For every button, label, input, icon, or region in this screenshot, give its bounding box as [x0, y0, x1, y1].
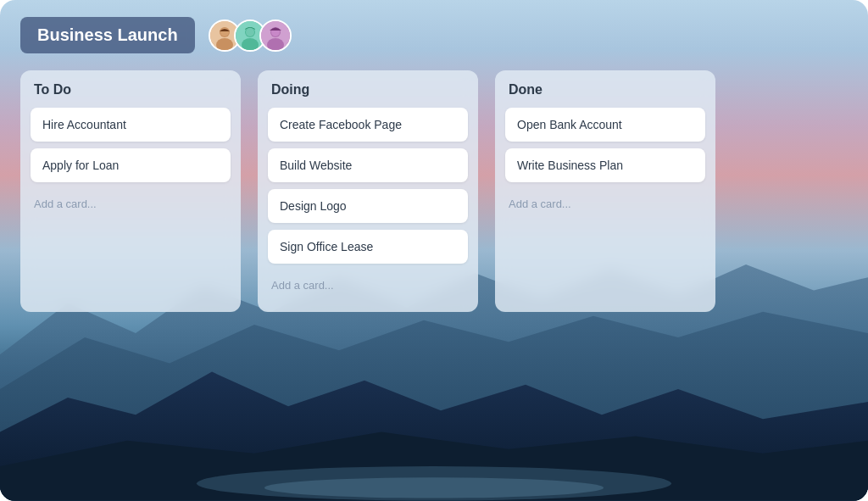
- card-create-facebook-page[interactable]: Create Facebook Page: [268, 108, 468, 142]
- avatars-group: [209, 19, 292, 52]
- add-card-todo[interactable]: Add a card...: [31, 189, 231, 219]
- svg-point-1: [264, 478, 604, 498]
- card-apply-for-loan[interactable]: Apply for Loan: [31, 148, 231, 182]
- board-header: Business Launch: [0, 0, 868, 64]
- board-container: Business Launch: [0, 0, 868, 501]
- column-done: Done Open Bank Account Write Business Pl…: [495, 70, 715, 312]
- column-title-done: Done: [505, 82, 705, 97]
- column-title-doing: Doing: [268, 82, 468, 97]
- card-open-bank-account[interactable]: Open Bank Account: [505, 108, 705, 142]
- columns-container: To Do Hire Accountant Apply for Loan Add…: [0, 64, 868, 329]
- column-doing: Doing Create Facebook Page Build Website…: [258, 70, 478, 312]
- column-todo: To Do Hire Accountant Apply for Loan Add…: [20, 70, 241, 312]
- card-hire-accountant[interactable]: Hire Accountant: [31, 108, 231, 142]
- board-title: Business Launch: [20, 17, 195, 53]
- avatar-3: [259, 19, 292, 52]
- add-card-doing[interactable]: Add a card...: [268, 270, 468, 300]
- column-title-todo: To Do: [31, 82, 231, 97]
- svg-point-9: [246, 28, 254, 36]
- card-sign-office-lease[interactable]: Sign Office Lease: [268, 230, 468, 264]
- card-design-logo[interactable]: Design Logo: [268, 189, 468, 223]
- card-write-business-plan[interactable]: Write Business Plan: [505, 148, 705, 182]
- add-card-done[interactable]: Add a card...: [505, 189, 705, 219]
- card-build-website[interactable]: Build Website: [268, 148, 468, 182]
- svg-point-0: [197, 466, 671, 501]
